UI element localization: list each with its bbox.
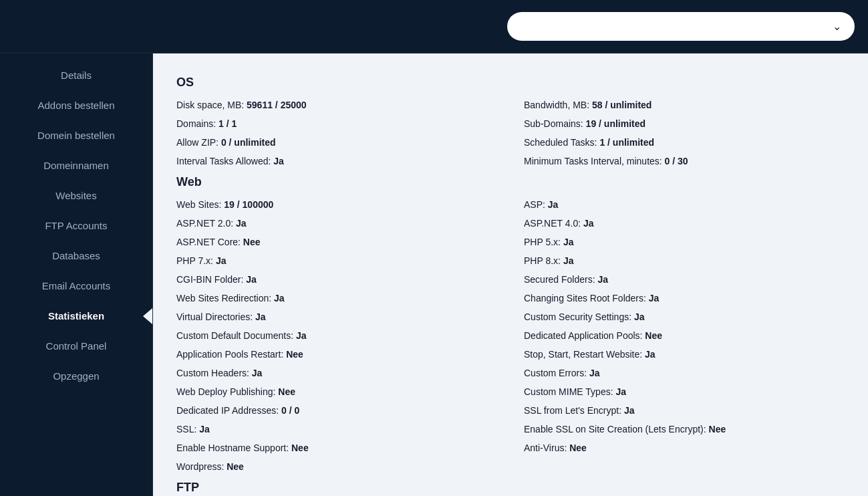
- stat-row-right: [524, 459, 845, 474]
- chevron-down-icon: ⌄: [833, 20, 841, 33]
- account-selector[interactable]: ⌄: [507, 12, 855, 41]
- stat-row-right: Scheduled Tasks: 1 / unlimited: [524, 135, 845, 150]
- sidebar: DetailsAddons bestellenDomein bestellenD…: [0, 53, 153, 496]
- top-bar: ⌄: [0, 0, 868, 53]
- stat-row-right: Changing Sites Root Folders: Ja: [524, 291, 845, 305]
- stat-row-left: Virtual Directories: Ja: [176, 309, 497, 324]
- stat-row-right: PHP 8.x: Ja: [524, 253, 845, 268]
- sidebar-item-ftp-accounts[interactable]: FTP Accounts: [0, 211, 152, 241]
- sidebar-item-domeinnamen[interactable]: Domeinnamen: [0, 150, 152, 180]
- stat-row-right: PHP 5.x: Ja: [524, 235, 845, 249]
- sidebar-item-domein-bestellen[interactable]: Domein bestellen: [0, 120, 152, 150]
- stat-row-left: Custom Default Documents: Ja: [176, 328, 497, 343]
- main-layout: DetailsAddons bestellenDomein bestellenD…: [0, 53, 868, 496]
- stat-row-right: Dedicated Application Pools: Nee: [524, 328, 845, 343]
- sidebar-item-control-panel[interactable]: Control Panel: [0, 331, 152, 361]
- stat-row-right: Bandwidth, MB: 58 / unlimited: [524, 98, 845, 112]
- stat-row-right: Secured Folders: Ja: [524, 272, 845, 287]
- section-title: FTP: [176, 481, 845, 495]
- sidebar-item-statistieken[interactable]: Statistieken: [0, 301, 152, 331]
- stats-grid: Disk space, MB: 59611 / 25000Bandwidth, …: [176, 98, 845, 168]
- section-os: OSDisk space, MB: 59611 / 25000Bandwidth…: [176, 76, 845, 168]
- sidebar-item-details[interactable]: Details: [0, 60, 152, 90]
- stat-row-left: CGI-BIN Folder: Ja: [176, 272, 497, 287]
- stat-row-left: Allow ZIP: 0 / unlimited: [176, 135, 497, 150]
- stat-row-right: Custom Security Settings: Ja: [524, 309, 845, 324]
- stat-row-right: Anti-Virus: Nee: [524, 441, 845, 455]
- stat-row-right: Custom MIME Types: Ja: [524, 384, 845, 399]
- stat-row-right: Custom Errors: Ja: [524, 366, 845, 380]
- stat-row-left: ASP.NET 2.0: Ja: [176, 216, 497, 231]
- section-ftp: FTPFTP Accounts: 4 / 100: [176, 481, 845, 496]
- stat-row-left: Wordpress: Nee: [176, 459, 497, 474]
- sidebar-item-email-accounts[interactable]: Email Accounts: [0, 271, 152, 301]
- section-web: WebWeb Sites: 19 / 100000ASP: JaASP.NET …: [176, 175, 845, 474]
- stat-row-right: ASP.NET 4.0: Ja: [524, 216, 845, 231]
- stat-row-right: Enable SSL on Site Creation (Lets Encryp…: [524, 422, 845, 437]
- stat-row-left: Enable Hostname Support: Nee: [176, 441, 497, 455]
- stat-row-left: PHP 7.x: Ja: [176, 253, 497, 268]
- stat-row-left: Interval Tasks Allowed: Ja: [176, 154, 497, 168]
- section-title: OS: [176, 76, 845, 90]
- stat-row-right: SSL from Let's Encrypt: Ja: [524, 403, 845, 418]
- stat-row-left: Web Sites Redirection: Ja: [176, 291, 497, 305]
- stat-row-left: ASP.NET Core: Nee: [176, 235, 497, 249]
- section-title: Web: [176, 175, 845, 189]
- sidebar-item-addons-bestellen[interactable]: Addons bestellen: [0, 90, 152, 120]
- stat-row-left: Domains: 1 / 1: [176, 116, 497, 131]
- stat-row-left: Web Sites: 19 / 100000: [176, 197, 497, 212]
- stat-row-left: Web Deploy Publishing: Nee: [176, 384, 497, 399]
- stat-row-right: Minimum Tasks Interval, minutes: 0 / 30: [524, 154, 845, 168]
- sidebar-item-opzeggen[interactable]: Opzeggen: [0, 361, 152, 391]
- stat-row-left: SSL: Ja: [176, 422, 497, 437]
- stat-row-right: Sub-Domains: 19 / unlimited: [524, 116, 845, 131]
- stats-grid: Web Sites: 19 / 100000ASP: JaASP.NET 2.0…: [176, 197, 845, 474]
- stat-row-left: Application Pools Restart: Nee: [176, 347, 497, 362]
- sidebar-item-websites[interactable]: Websites: [0, 180, 152, 211]
- sidebar-item-databases[interactable]: Databases: [0, 241, 152, 271]
- stat-row-left: Dedicated IP Addresses: 0 / 0: [176, 403, 497, 418]
- content-area: OSDisk space, MB: 59611 / 25000Bandwidth…: [153, 53, 868, 496]
- stat-row-right: Stop, Start, Restart Website: Ja: [524, 347, 845, 362]
- stat-row-left: Custom Headers: Ja: [176, 366, 497, 380]
- stat-row-left: Disk space, MB: 59611 / 25000: [176, 98, 497, 112]
- stat-row-right: ASP: Ja: [524, 197, 845, 212]
